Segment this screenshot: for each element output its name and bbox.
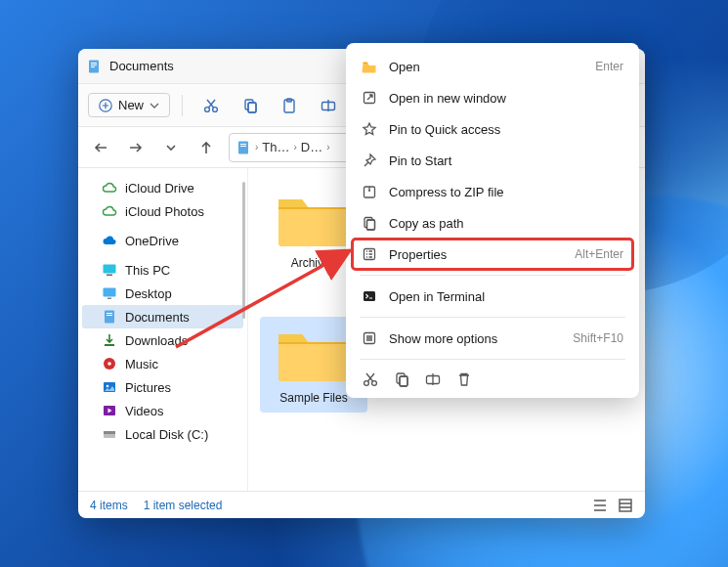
cut-icon[interactable] [362,371,379,388]
svg-rect-22 [107,315,112,316]
disk-icon [102,426,117,442]
cm-open[interactable]: Open Enter [352,51,633,82]
recent-dropdown[interactable] [158,135,184,160]
documents-icon [102,309,117,325]
sidebar-item-label: Local Disk (C:) [125,427,208,442]
sidebar-item-videos[interactable]: Videos [82,399,243,422]
copy-path-icon [362,215,377,231]
sidebar-item-desktop[interactable]: Desktop [82,282,243,305]
sidebar-item-documents[interactable]: Documents [82,305,243,328]
sidebar-item-label: This PC [125,263,170,278]
cm-label: Copy as path [389,216,623,231]
cloud-icon [102,203,117,219]
sidebar-item-onedrive[interactable]: OneDrive [82,229,243,252]
folder-label: Archived [291,256,337,270]
sidebar-item-icloud-photos[interactable]: iCloud Photos [82,199,243,223]
chevron-right-icon: › [326,142,329,153]
documents-icon [236,140,251,155]
svg-rect-34 [367,220,375,230]
separator [360,317,625,318]
cm-action-row [352,365,633,390]
onedrive-icon [102,233,117,248]
svg-rect-15 [240,146,246,147]
svg-rect-19 [107,298,111,300]
rename-button[interactable] [312,91,345,120]
monitor-icon [102,262,117,278]
cm-properties[interactable]: Properties Alt+Enter [352,239,633,270]
list-view-button[interactable] [592,498,608,513]
sidebar-item-label: Videos [125,404,164,418]
cloud-icon [102,180,117,196]
separator [360,359,625,360]
sidebar-item-downloads[interactable]: Downloads [82,328,243,352]
back-button[interactable] [88,135,113,160]
sidebar-item-label: Downloads [125,333,188,348]
sidebar-item-label: OneDrive [125,234,179,248]
sidebar-item-icloud-drive[interactable]: iCloud Drive [82,176,243,199]
zip-icon [362,184,377,199]
cm-open-terminal[interactable]: Open in Terminal [352,281,633,312]
cm-pin-start[interactable]: Pin to Start [352,145,633,176]
sidebar-item-music[interactable]: Music [82,352,243,375]
documents-icon [86,59,102,74]
svg-point-26 [107,385,109,388]
new-button[interactable]: New [88,93,170,117]
svg-rect-8 [248,103,256,112]
crumb-documents[interactable]: D… [301,140,322,154]
forward-button[interactable] [123,135,149,160]
svg-rect-30 [620,500,631,511]
star-icon [362,121,377,137]
details-view-button[interactable] [618,498,633,513]
svg-point-6 [213,107,218,111]
separator [360,275,625,276]
new-window-icon [362,90,377,106]
svg-rect-29 [104,431,115,434]
sidebar-item-label: Desktop [125,286,172,301]
svg-point-39 [364,381,369,386]
cm-pin-quick-access[interactable]: Pin to Quick access [352,113,633,145]
cm-open-new-window[interactable]: Open in new window [352,82,633,113]
context-menu: Open Enter Open in new window Pin to Qui… [346,43,639,398]
delete-icon[interactable] [455,371,473,388]
cm-label: Properties [389,247,563,262]
sidebar-item-local-disk[interactable]: Local Disk (C:) [82,422,243,446]
copy-icon[interactable] [393,371,410,388]
svg-rect-20 [105,311,114,324]
more-options-icon [362,330,377,346]
paste-button[interactable] [273,91,306,120]
new-button-label: New [118,98,144,112]
svg-rect-14 [240,144,246,145]
svg-rect-18 [104,288,116,297]
chevron-down-icon [150,101,159,110]
crumb-this-pc[interactable]: Th… [262,140,289,154]
cut-button[interactable] [194,91,228,120]
cm-label: Show more options [389,331,561,346]
cm-compress-zip[interactable]: Compress to ZIP file [352,176,633,207]
cm-accel: Enter [595,60,623,73]
svg-point-24 [107,362,111,366]
item-count: 4 items [90,499,128,512]
navigation-pane: iCloud Drive iCloud Photos OneDrive This… [78,168,248,491]
up-button[interactable] [193,135,219,160]
folder-icon [275,188,353,250]
separator [182,95,183,116]
chevron-right-icon: › [294,142,297,153]
folder-label: Sample Files [279,391,347,405]
svg-rect-13 [238,141,248,153]
sidebar-scrollbar[interactable] [242,182,245,319]
sidebar-item-pictures[interactable]: Pictures [82,375,243,399]
videos-icon [102,403,117,418]
properties-icon [362,246,377,262]
svg-rect-42 [400,376,407,386]
sidebar-item-label: Documents [125,310,190,325]
svg-rect-2 [91,65,97,65]
svg-rect-3 [91,66,95,67]
cm-show-more-options[interactable]: Show more options Shift+F10 [352,323,633,354]
cm-label: Compress to ZIP file [389,185,623,199]
sidebar-item-label: Music [125,357,158,371]
cm-copy-path[interactable]: Copy as path [352,207,633,239]
rename-icon[interactable] [424,371,442,388]
copy-button[interactable] [234,91,267,120]
chevron-right-icon: › [255,142,258,153]
sidebar-item-this-pc[interactable]: This PC [82,258,243,282]
